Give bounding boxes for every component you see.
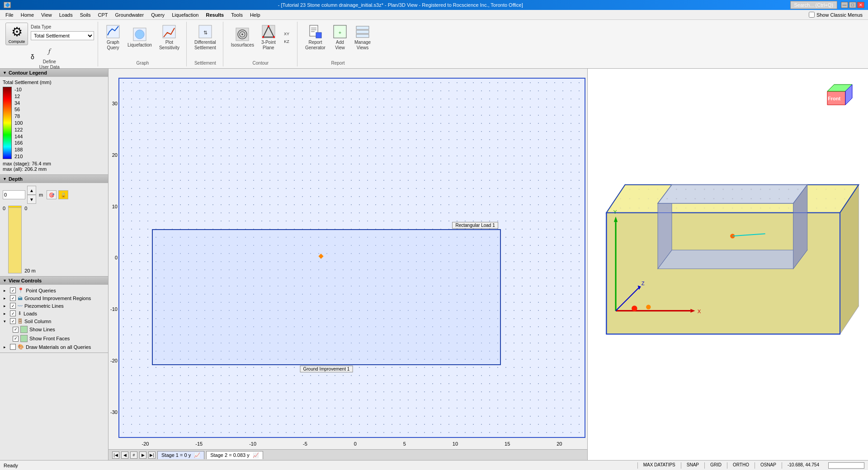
depth-bar bbox=[8, 206, 22, 273]
report-generator-label: ReportGenerator bbox=[305, 40, 326, 51]
status-snap[interactable]: SNAP bbox=[687, 462, 699, 469]
depth-scale-bottom: 20 m bbox=[24, 268, 35, 273]
vc-pq-icon: 📍 bbox=[18, 287, 24, 293]
xy-button[interactable]: XY bbox=[280, 30, 293, 38]
depth-locate-button[interactable]: 🎯 bbox=[47, 190, 57, 199]
vc-pl-expand[interactable]: ▸ bbox=[4, 304, 8, 308]
vc-piezometric-lines: ▸ 〰 Piezometric Lines bbox=[2, 302, 106, 310]
menu-home[interactable]: Home bbox=[17, 11, 38, 19]
contour-val-78: 78 bbox=[14, 113, 23, 119]
vc-dm-expand[interactable]: ▸ bbox=[4, 345, 8, 349]
vc-pq-expand[interactable]: ▸ bbox=[4, 288, 8, 293]
depth-input[interactable] bbox=[3, 190, 25, 199]
isosurfaces-button[interactable]: Isosurfaces bbox=[228, 25, 257, 50]
main-content: ▼ Contour Legend Total Settlement (mm) -… bbox=[0, 69, 868, 460]
svg-marker-57 bbox=[606, 185, 859, 213]
stage-2-tab[interactable]: Stage 2 = 0.083 y 📈 bbox=[206, 451, 263, 459]
viewport-3d[interactable]: Front bbox=[588, 69, 868, 460]
three-point-plane-button[interactable]: 3-PointPlane bbox=[258, 23, 279, 52]
stage-first-button[interactable]: |◀ bbox=[112, 451, 119, 459]
menu-groundwater[interactable]: Groundwater bbox=[112, 11, 148, 19]
vc-pq-checkbox[interactable] bbox=[10, 287, 16, 293]
vc-sl-checkbox[interactable] bbox=[13, 327, 19, 333]
status-sep4 bbox=[727, 462, 727, 469]
vc-sc-checkbox[interactable] bbox=[10, 318, 16, 324]
report-generator-button[interactable]: ReportGenerator bbox=[302, 23, 329, 52]
right-panel[interactable]: Front bbox=[588, 69, 868, 460]
status-sep1 bbox=[637, 462, 638, 469]
svg-text:X: X bbox=[698, 309, 701, 314]
stage-bar: |◀ ◀ # ▶ ▶| Stage 1 = 0 y 📈 Stage 2 = 0.… bbox=[108, 449, 587, 460]
vc-sl-label: Show Lines bbox=[29, 327, 55, 332]
depth-decrement-button[interactable]: ▼ bbox=[27, 195, 36, 204]
menu-cpt[interactable]: CPT bbox=[94, 11, 112, 19]
liquefaction-button[interactable]: Liquefaction bbox=[124, 25, 155, 50]
status-ortho[interactable]: ORTHO bbox=[733, 462, 749, 469]
vc-loads-checkbox[interactable] bbox=[10, 310, 16, 316]
search-placeholder: Search... (Ctrl+Q) bbox=[794, 2, 834, 8]
manage-views-button[interactable]: ManageViews bbox=[351, 23, 374, 52]
classic-menus-checkbox[interactable] bbox=[809, 12, 815, 18]
menu-view[interactable]: View bbox=[38, 11, 56, 19]
contour-legend-collapse-icon: ▼ bbox=[3, 70, 7, 75]
plot-sensitivity-button[interactable]: PlotSensitivity bbox=[156, 23, 183, 52]
viewport-2d-area[interactable]: 3020100-10-20-30 Ground Improvement 1 Re… bbox=[108, 69, 587, 449]
maximize-button[interactable]: □ bbox=[849, 2, 856, 8]
add-view-button[interactable]: + AddView bbox=[330, 23, 350, 52]
view-controls-section: ▼ View Controls ▸ 📍 Point Queries ▸ 🏔 Gr… bbox=[0, 277, 108, 353]
differential-settlement-icon: ⇅ bbox=[198, 24, 212, 39]
vc-pl-checkbox[interactable] bbox=[10, 303, 16, 309]
drawing-canvas[interactable]: Ground Improvement 1 Rectangular Load 1 bbox=[118, 78, 585, 438]
vc-loads-expand[interactable]: ▸ bbox=[4, 311, 8, 316]
menu-soils[interactable]: Soils bbox=[76, 11, 94, 19]
three-point-plane-icon bbox=[261, 24, 276, 39]
status-max-datatips[interactable]: MAX DATATIPS bbox=[643, 462, 675, 469]
contour-legend-header[interactable]: ▼ Contour Legend bbox=[0, 69, 108, 77]
menu-help[interactable]: Help bbox=[246, 11, 264, 19]
status-osnap[interactable]: OSNAP bbox=[760, 462, 776, 469]
vc-sc-expand[interactable]: ▾ bbox=[4, 319, 8, 324]
menubar: File Home View Loads Soils CPT Groundwat… bbox=[0, 10, 868, 20]
svg-point-47 bbox=[632, 306, 637, 311]
kz-button[interactable]: KZ bbox=[280, 38, 293, 45]
contour-bar-container: -10 12 34 56 78 100 122 144 166 188 210 bbox=[3, 87, 105, 159]
depth-increment-button[interactable]: ▲ bbox=[27, 186, 36, 195]
liquefaction-label: Liquefaction bbox=[127, 42, 152, 48]
report-group-label: Report bbox=[331, 60, 344, 66]
depth-header[interactable]: ▼ Depth bbox=[0, 175, 108, 183]
vc-sc-icon: 🗄 bbox=[18, 319, 23, 324]
vc-dm-checkbox[interactable] bbox=[10, 344, 16, 350]
differential-settlement-button[interactable]: ⇅ DifferentialSettlement bbox=[191, 23, 219, 52]
search-box[interactable]: Search... (Ctrl+Q) bbox=[790, 1, 838, 9]
toolbar-group-contour: Isosurfaces 3-PointPlane XY KZ Contour bbox=[224, 22, 297, 66]
report-generator-icon bbox=[308, 24, 322, 39]
stage-prev-button[interactable]: ◀ bbox=[121, 451, 128, 459]
vc-gi-checkbox[interactable] bbox=[10, 295, 16, 301]
graph-query-button[interactable]: GraphQuery bbox=[103, 23, 123, 52]
menu-liquefaction[interactable]: Liquefaction bbox=[168, 11, 202, 19]
menu-tools[interactable]: Tools bbox=[227, 11, 246, 19]
minimize-button[interactable]: — bbox=[841, 2, 848, 8]
stage-1-tab[interactable]: Stage 1 = 0 y 📈 bbox=[157, 451, 204, 459]
data-type-select[interactable]: Total Settlement Horizontal Settlement V… bbox=[31, 31, 94, 40]
close-button[interactable]: ✕ bbox=[857, 2, 864, 8]
vc-dm-icon: 🎨 bbox=[18, 344, 24, 350]
stage-num-button[interactable]: # bbox=[130, 451, 137, 459]
menu-query[interactable]: Query bbox=[147, 11, 168, 19]
depth-lock-button[interactable]: 🔒 bbox=[58, 190, 68, 199]
menu-results[interactable]: Results bbox=[202, 11, 227, 19]
compute-button[interactable]: ⚙ Compute bbox=[5, 23, 28, 45]
menu-loads[interactable]: Loads bbox=[56, 11, 76, 19]
stage-next-button[interactable]: ▶ bbox=[139, 451, 146, 459]
menu-file[interactable]: File bbox=[2, 11, 17, 19]
status-grid[interactable]: GRID bbox=[710, 462, 722, 469]
stage-last-button[interactable]: ▶| bbox=[148, 451, 156, 459]
vc-loads: ▸ ⬇ Loads bbox=[2, 310, 106, 317]
vc-gi-expand[interactable]: ▸ bbox=[4, 296, 8, 301]
svg-point-12 bbox=[268, 25, 269, 27]
view-controls-header[interactable]: ▼ View Controls bbox=[0, 277, 108, 285]
svg-marker-34 bbox=[658, 250, 807, 268]
vc-sff-checkbox[interactable] bbox=[13, 336, 19, 342]
define-user-data-button[interactable]: 𝑓 DefineUser Data bbox=[36, 42, 63, 72]
ground-improvement-box: Ground Improvement 1 Rectangular Load 1 bbox=[152, 229, 501, 365]
